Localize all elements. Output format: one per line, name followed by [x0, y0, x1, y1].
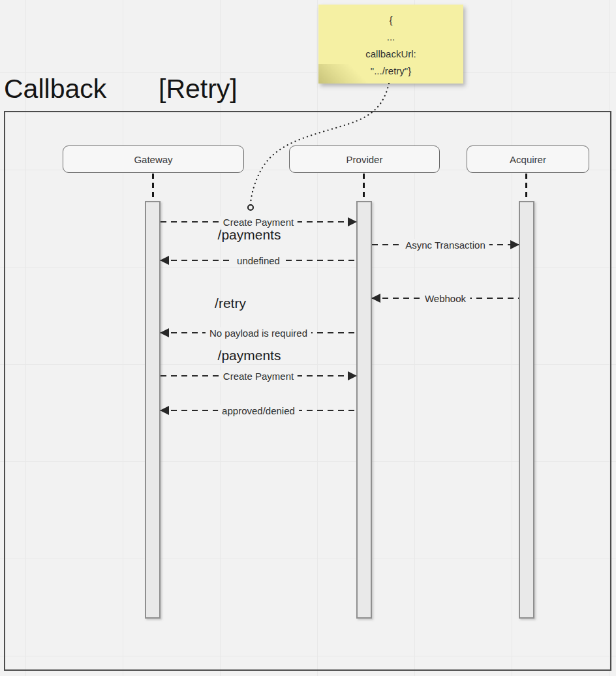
message-no-payload: No payload is required: [161, 327, 356, 339]
actor-box-acquirer: Acquirer: [467, 146, 589, 173]
activation-bar-acquirer: [519, 201, 534, 619]
diagram-title: Callback [Retry]: [4, 72, 106, 106]
actor-label: Provider: [346, 154, 383, 165]
lifeline-provider: [363, 174, 365, 202]
message-label: approved/denied: [218, 405, 299, 416]
message-label: Async Transaction: [401, 239, 489, 251]
note-line: {: [318, 12, 463, 29]
arrowhead-right-icon: [510, 240, 519, 249]
diagram-canvas: Callback [Retry] { ... callbackUrl: "...…: [0, 0, 616, 676]
message-label: No payload is required: [206, 328, 311, 339]
message-label: Webhook: [421, 293, 470, 304]
arrowhead-left-icon: [160, 256, 169, 265]
message-webhook: Webhook: [372, 292, 519, 304]
note-line: ...: [318, 29, 463, 46]
activation-bar-gateway: [145, 201, 161, 619]
sticky-note: { ... callbackUrl: ".../retry"}: [318, 5, 463, 84]
activation-bar-provider: [356, 201, 372, 619]
arrowhead-right-icon: [348, 217, 357, 226]
arrowhead-left-icon: [160, 328, 169, 337]
note-line: ".../retry"}: [318, 63, 463, 80]
arrowhead-left-icon: [371, 294, 380, 303]
message-create-payment-1: Create Payment: [161, 216, 356, 228]
message-label: Create Payment: [219, 371, 298, 382]
title-name: Callback: [4, 74, 106, 104]
endpoint-label-retry: /retry: [215, 296, 246, 311]
lifeline-gateway: [152, 174, 154, 202]
actor-label: Gateway: [134, 154, 172, 165]
message-label: undefined: [233, 255, 284, 266]
actor-box-provider: Provider: [289, 146, 440, 173]
message-undefined: undefined: [161, 254, 356, 266]
lifeline-acquirer: [525, 174, 527, 202]
message-label: Create Payment: [219, 217, 298, 228]
endpoint-label-payments-1: /payments: [218, 227, 281, 243]
arrowhead-right-icon: [348, 371, 357, 380]
note-line: callbackUrl:: [318, 46, 463, 63]
arrowhead-left-icon: [160, 406, 169, 415]
title-parameter: [Retry]: [159, 72, 238, 106]
actor-box-gateway: Gateway: [63, 146, 244, 173]
endpoint-label-payments-2: /payments: [218, 348, 281, 363]
message-async-transaction: Async Transaction: [372, 239, 519, 251]
actor-label: Acquirer: [510, 154, 546, 165]
message-create-payment-2: Create Payment: [161, 370, 356, 382]
message-approved-denied: approved/denied: [161, 405, 356, 416]
